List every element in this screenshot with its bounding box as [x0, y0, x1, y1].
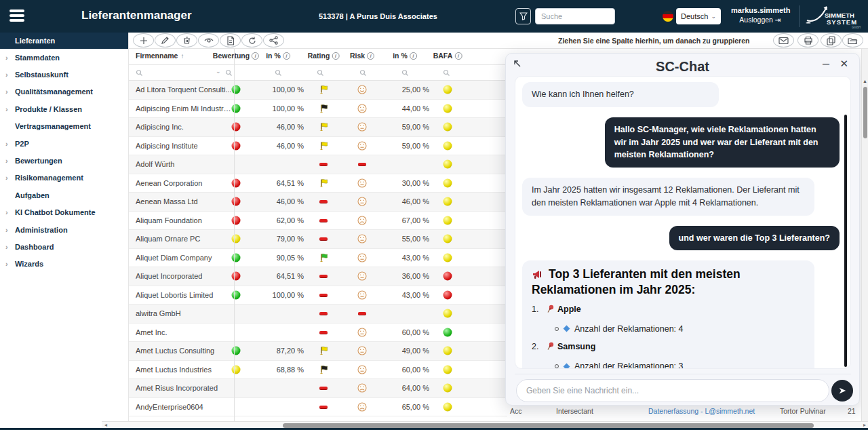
- info-icon[interactable]: i: [332, 52, 339, 60]
- sidebar-item-lieferanten-active[interactable]: Lieferanten: [0, 33, 128, 49]
- simmeth-logo: SIMMETH SYSTEM GmbH: [804, 3, 865, 30]
- column-header-rating[interactable]: Ratingi: [308, 52, 340, 60]
- sidebar-item-qualit-tsmanagement[interactable]: ›Qualitätsmanagement: [0, 83, 128, 100]
- table-row[interactable]: Aliquam Ornare PC79,00 % 55,00 %: [129, 230, 507, 249]
- table-row[interactable]: AndyEnterprise0604 65,00 %: [129, 398, 507, 417]
- language-select[interactable]: Deutsch ⌄: [676, 8, 721, 24]
- sidebar-item-dashboard[interactable]: ›Dashboard: [0, 238, 128, 255]
- vertical-scrollbar[interactable]: ▲: [861, 49, 868, 421]
- chevron-right-icon: ›: [5, 226, 15, 234]
- status-ball-yellow-icon: [443, 123, 452, 132]
- add-button[interactable]: [133, 33, 154, 47]
- filter-search-icon[interactable]: [401, 69, 409, 77]
- table-row[interactable]: Ad Litora Torquent Consulti...100,00 % 2…: [129, 81, 507, 100]
- firmenname-cell: Aliquet Lobortis Limited: [136, 286, 232, 305]
- vertical-scroll-thumb[interactable]: [863, 87, 867, 138]
- sidebar-item-wizards[interactable]: ›Wizards: [0, 256, 128, 273]
- firmenname-cell: Adolf Würth: [136, 155, 232, 174]
- info-icon[interactable]: i: [252, 52, 259, 60]
- filter-search-icon[interactable]: [136, 69, 143, 77]
- view-button[interactable]: [198, 33, 219, 47]
- table-row[interactable]: Adipiscing Inc.46,00 % 59,00 %: [129, 118, 507, 137]
- column-separator: [234, 49, 235, 421]
- app-title: Lieferantenmanager: [81, 9, 192, 22]
- table-row[interactable]: Amet Luctus Consulting87,20 % 49,00 %: [129, 342, 507, 361]
- table-row[interactable]: Aenean Corporation64,51 % 30,00 %: [129, 174, 507, 193]
- sidebar-item-ki-chatbot-dokumente[interactable]: ›KI Chatbot Dokumente: [0, 204, 128, 221]
- column-header-risk[interactable]: Riski: [350, 52, 374, 60]
- table-row[interactable]: Amet Inc. 60,00 %: [129, 324, 507, 343]
- mail-button[interactable]: [773, 33, 794, 47]
- send-button[interactable]: [831, 380, 853, 402]
- chevron-right-icon: ›: [5, 243, 15, 251]
- firmenname-cell: Aliquet Diam Company: [136, 249, 232, 267]
- column-header-firmenname[interactable]: Firmenname↑: [136, 52, 184, 60]
- column-header-bewertung[interactable]: Bewertungi: [213, 52, 259, 60]
- column-header-bafa[interactable]: BAFAi: [433, 52, 462, 60]
- sidebar-item-aufgaben[interactable]: Aufgaben: [0, 187, 128, 203]
- sidebar-item-bewertungen[interactable]: ›Bewertungen: [0, 152, 128, 169]
- table-row[interactable]: Aliquam Foundation62,00 % 67,00 %: [129, 212, 507, 231]
- folder-button[interactable]: [842, 33, 863, 47]
- firmenname-cell: Adipiscing Inc.: [136, 118, 232, 136]
- sidebar-item-selbstauskunft[interactable]: ›Selbstauskunft: [0, 66, 128, 83]
- sidebar-item-risikomanagement[interactable]: ›Risikomanagement: [0, 170, 128, 187]
- table-row[interactable]: Adolf Würth: [129, 155, 507, 174]
- risk-pct-cell: 25,00 %: [376, 81, 429, 99]
- sidebar-item-p2p[interactable]: ›P2P: [0, 135, 128, 152]
- filter-search-icon[interactable]: [317, 69, 324, 77]
- table-row[interactable]: Aenean Massa Ltd46,00 % 46,00 %: [129, 193, 507, 212]
- logout-button[interactable]: Ausloggen ⇥: [731, 16, 789, 24]
- table-row[interactable]: Aliquet Lobortis Limited100,00 % 43,00 %: [129, 286, 507, 305]
- share-button[interactable]: [263, 33, 284, 47]
- chat-message-list: Wie kann ich Ihnen helfen?Hallo SC-Manag…: [515, 77, 850, 369]
- delete-button[interactable]: [176, 33, 197, 47]
- risk-sad-face-icon: [357, 215, 368, 225]
- filter-search-icon[interactable]: [359, 69, 367, 77]
- table-row[interactable]: Aliquet Diam Company90,05 % 43,00 %: [129, 249, 507, 268]
- column-header-in-[interactable]: in %i: [266, 52, 290, 60]
- table-row[interactable]: alwitra GmbH: [129, 305, 507, 324]
- table-row[interactable]: Amet Risus Incorporated 64,00 %: [129, 379, 507, 398]
- info-icon[interactable]: i: [410, 52, 417, 60]
- minimize-icon[interactable]: –: [823, 56, 829, 71]
- edit-button[interactable]: [155, 33, 176, 47]
- sidebar-item-stammdaten[interactable]: ›Stammdaten: [0, 49, 128, 66]
- table-row[interactable]: Adipiscing Enim Mi Industries100,00 % 44…: [129, 100, 507, 119]
- chat-message-input[interactable]: [516, 379, 829, 402]
- hamburger-menu-icon[interactable]: [9, 9, 24, 23]
- search-input[interactable]: [535, 8, 615, 24]
- filter-search-icon[interactable]: [225, 69, 233, 77]
- horizontal-scrollbar[interactable]: ◂ ▸: [102, 421, 868, 428]
- table-row[interactable]: Adipiscing Institute46,00 % 59,00 %: [129, 137, 507, 156]
- filter-search-icon[interactable]: [275, 69, 282, 77]
- info-icon[interactable]: i: [283, 52, 290, 60]
- partial-text-fragment: Intersectant: [556, 407, 593, 415]
- chat-scrollbar[interactable]: [844, 115, 847, 367]
- partial-text-fragment: 21: [848, 407, 856, 415]
- info-icon[interactable]: i: [454, 52, 462, 60]
- table-row[interactable]: Amet Luctus Industries68,88 % 60,00 %: [129, 361, 507, 380]
- risk-pct-cell: 67,00 %: [376, 212, 429, 230]
- table-row[interactable]: Aliquet Incorporated64,51 % 36,00 %: [129, 267, 507, 286]
- sidebar-item-vertragsmanagement[interactable]: Vertragsmanagement: [0, 118, 128, 135]
- sidebar-item-produkte-klassen[interactable]: ›Produkte / Klassen: [0, 100, 128, 117]
- refresh-button[interactable]: [241, 33, 262, 47]
- risk-pct-cell: 49,00 %: [376, 342, 429, 360]
- info-icon[interactable]: i: [367, 52, 374, 60]
- filter-button[interactable]: [515, 8, 531, 24]
- document-button[interactable]: [220, 33, 241, 47]
- copy-button[interactable]: [821, 33, 842, 47]
- sidebar-item-administration[interactable]: ›Administration: [0, 221, 128, 238]
- filter-search-icon[interactable]: [443, 69, 450, 77]
- column-header-in-[interactable]: in %i: [393, 52, 417, 60]
- filter-type-chevron-icon[interactable]: ⌄: [216, 68, 221, 75]
- horizontal-scroll-thumb[interactable]: [283, 423, 814, 428]
- close-icon[interactable]: ✕: [840, 58, 848, 70]
- risk-pct-cell: 65,00 %: [376, 398, 429, 416]
- print-button[interactable]: [797, 33, 818, 47]
- header-divider: [799, 5, 800, 27]
- scroll-up-icon[interactable]: ▲: [863, 79, 867, 83]
- megaphone-icon: [532, 267, 549, 281]
- partial-link-fragment[interactable]: Datenerfassung - L@simmeth.net: [648, 407, 755, 415]
